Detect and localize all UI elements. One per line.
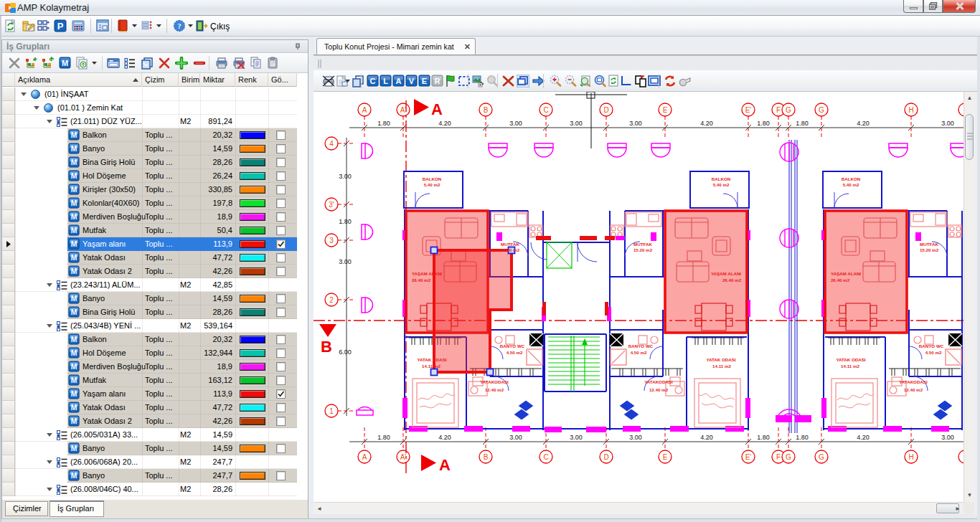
svg-text:M: M bbox=[71, 227, 77, 234]
svg-text:1.80: 1.80 bbox=[757, 434, 770, 441]
svg-text:YAŞAM ALANI: YAŞAM ALANI bbox=[412, 271, 442, 276]
svg-text:15.20 m2: 15.20 m2 bbox=[633, 247, 653, 252]
svg-text:M: M bbox=[71, 145, 77, 153]
svg-text:M: M bbox=[71, 295, 77, 303]
svg-text:1.80: 1.80 bbox=[377, 434, 390, 441]
svg-text:F: F bbox=[776, 453, 781, 461]
svg-text:A: A bbox=[431, 100, 443, 118]
svg-text:4.20: 4.20 bbox=[438, 120, 451, 127]
svg-text:M: M bbox=[71, 213, 77, 221]
svg-text:L: L bbox=[383, 77, 388, 85]
svg-text:M: M bbox=[71, 199, 77, 207]
svg-text:M: M bbox=[71, 404, 77, 412]
svg-text:1: 1 bbox=[329, 407, 334, 415]
svg-text:1.80: 1.80 bbox=[796, 120, 809, 127]
svg-text:1.80: 1.80 bbox=[377, 120, 390, 127]
svg-text:3': 3' bbox=[329, 201, 334, 209]
svg-text:B: B bbox=[484, 106, 489, 114]
svg-text:A: A bbox=[439, 456, 451, 474]
svg-text:M: M bbox=[71, 308, 77, 316]
svg-text:D: D bbox=[603, 106, 608, 114]
svg-text:26.40 m2: 26.40 m2 bbox=[831, 277, 850, 283]
svg-text:3.00: 3.00 bbox=[629, 434, 642, 441]
svg-text:15.20 m2: 15.20 m2 bbox=[920, 247, 939, 252]
svg-text:14.11 m2: 14.11 m2 bbox=[712, 364, 731, 369]
svg-text:A': A' bbox=[400, 453, 407, 461]
svg-text:YAŞAM ALANI: YAŞAM ALANI bbox=[831, 271, 861, 276]
svg-text:1.80: 1.80 bbox=[339, 218, 352, 225]
svg-text:B: B bbox=[321, 338, 332, 356]
svg-text:YATAKODASI: YATAKODASI bbox=[480, 379, 509, 384]
svg-text:A: A bbox=[396, 77, 402, 85]
svg-text:G: G bbox=[786, 453, 791, 461]
svg-text:M: M bbox=[71, 158, 77, 166]
svg-text:M: M bbox=[71, 390, 77, 398]
svg-text:A': A' bbox=[400, 106, 407, 114]
svg-text:M: M bbox=[71, 349, 77, 357]
svg-text:14.11 m2: 14.11 m2 bbox=[422, 364, 440, 369]
svg-text:12.40 m2: 12.40 m2 bbox=[904, 387, 923, 392]
svg-text:YATAKODASI: YATAKODASI bbox=[644, 379, 673, 384]
svg-text:14.11 m2: 14.11 m2 bbox=[841, 364, 859, 369]
svg-text:3.00: 3.00 bbox=[339, 173, 352, 180]
svg-text:26.40 m2: 26.40 m2 bbox=[412, 277, 431, 283]
svg-text:MUTFAK: MUTFAK bbox=[920, 242, 938, 247]
svg-text:4.50 m2: 4.50 m2 bbox=[925, 350, 942, 355]
svg-text:3: 3 bbox=[329, 237, 334, 245]
svg-text:P: P bbox=[57, 21, 64, 32]
svg-text:4.20: 4.20 bbox=[700, 434, 713, 441]
svg-text:E: E bbox=[422, 77, 427, 85]
svg-text:BANYO WC: BANYO WC bbox=[919, 343, 944, 348]
svg-text:B: B bbox=[484, 453, 489, 461]
svg-text:E': E' bbox=[745, 106, 752, 114]
svg-text:A: A bbox=[362, 106, 367, 114]
svg-text:1.80: 1.80 bbox=[796, 434, 809, 441]
svg-text:?: ? bbox=[177, 22, 182, 30]
svg-text:F: F bbox=[776, 106, 781, 114]
svg-text:MUTFAK: MUTFAK bbox=[633, 242, 652, 247]
svg-text:H: H bbox=[908, 453, 913, 461]
svg-text:M: M bbox=[71, 131, 77, 139]
svg-text:2: 2 bbox=[329, 296, 334, 304]
svg-text:4.20: 4.20 bbox=[438, 434, 451, 441]
svg-text:E': E' bbox=[745, 453, 752, 461]
svg-text:1.80: 1.80 bbox=[757, 120, 770, 127]
svg-text:3.00: 3.00 bbox=[570, 434, 583, 441]
svg-text:BANYO WC: BANYO WC bbox=[500, 343, 525, 348]
svg-text:M: M bbox=[71, 376, 77, 384]
svg-text:C: C bbox=[543, 453, 548, 461]
svg-text:M: M bbox=[62, 59, 68, 67]
svg-text:M: M bbox=[71, 417, 77, 425]
svg-text:M: M bbox=[71, 267, 77, 275]
svg-text:26.40 m2: 26.40 m2 bbox=[722, 277, 742, 283]
svg-text:E: E bbox=[663, 106, 668, 114]
svg-text:M: M bbox=[71, 186, 77, 194]
svg-text:E: E bbox=[663, 453, 668, 461]
svg-text:3.00: 3.00 bbox=[509, 120, 522, 127]
svg-text:6.00: 6.00 bbox=[339, 348, 352, 356]
svg-text:BALKON: BALKON bbox=[423, 176, 442, 181]
svg-text:G: G bbox=[819, 453, 824, 461]
svg-text:3.00: 3.00 bbox=[941, 434, 954, 441]
svg-text:BANYO WC: BANYO WC bbox=[628, 343, 654, 348]
svg-text:R: R bbox=[435, 77, 440, 85]
svg-text:3.00: 3.00 bbox=[570, 120, 583, 127]
svg-text:4.20: 4.20 bbox=[700, 120, 713, 127]
svg-text:3.00: 3.00 bbox=[509, 434, 522, 441]
svg-text:BALKON: BALKON bbox=[712, 176, 731, 181]
svg-text:M: M bbox=[71, 363, 77, 371]
svg-text:M: M bbox=[71, 445, 77, 452]
svg-text:M: M bbox=[71, 254, 77, 262]
svg-text:5,40 m2: 5,40 m2 bbox=[843, 182, 859, 187]
svg-text:C: C bbox=[370, 77, 376, 85]
svg-text:12.40 m2: 12.40 m2 bbox=[649, 387, 669, 392]
svg-text:YATAK ODASI: YATAK ODASI bbox=[417, 357, 446, 362]
svg-text:C: C bbox=[543, 106, 548, 114]
svg-text:H: H bbox=[908, 106, 913, 114]
svg-text:3.00: 3.00 bbox=[339, 258, 352, 265]
svg-text:3.00: 3.00 bbox=[629, 120, 642, 127]
svg-text:5,40 m2: 5,40 m2 bbox=[713, 182, 730, 187]
svg-text:YATAK ODASI: YATAK ODASI bbox=[836, 357, 865, 362]
svg-text:D: D bbox=[603, 453, 608, 461]
svg-text:V: V bbox=[409, 77, 415, 85]
